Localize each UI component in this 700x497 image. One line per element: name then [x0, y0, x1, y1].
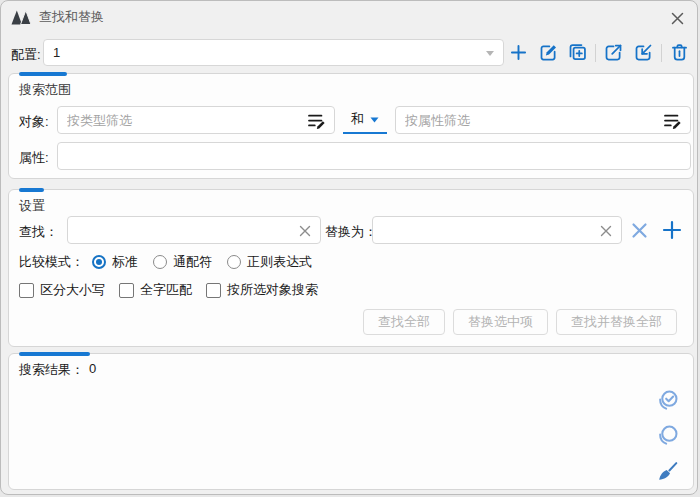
- import-icon: [633, 42, 654, 63]
- combo-dropdown-icon[interactable]: [485, 50, 495, 57]
- compare-mode-label: 比较模式：: [19, 253, 84, 271]
- duplicate-config-button[interactable]: [566, 40, 589, 65]
- find-label: 查找：: [19, 223, 58, 241]
- add-pair-button[interactable]: [659, 216, 685, 244]
- mode-regex-radio[interactable]: 正则表达式: [227, 253, 312, 271]
- radio-unselected-icon: [153, 255, 167, 269]
- property-label: 属性:: [19, 149, 49, 167]
- config-combobox-input[interactable]: [44, 40, 503, 65]
- add-config-button[interactable]: [507, 40, 530, 65]
- mode-regex-label: 正则表达式: [247, 253, 312, 271]
- options-row: 区分大小写 全字匹配 按所选对象搜索: [19, 280, 318, 300]
- mode-wildcard-label: 通配符: [173, 253, 212, 271]
- replace-selected-button[interactable]: 替换选中项: [453, 309, 548, 335]
- clear-results-button[interactable]: [655, 458, 681, 484]
- selected-objects-label: 按所选对象搜索: [227, 281, 318, 299]
- check-circle-icon: [656, 389, 680, 413]
- search-results-group: 搜索结果： 0: [8, 353, 694, 490]
- scope-accent-bar: [19, 72, 67, 76]
- config-combobox[interactable]: [43, 39, 504, 66]
- edit-config-button[interactable]: [536, 40, 559, 65]
- edit-icon: [538, 42, 559, 63]
- mode-standard-radio[interactable]: 标准: [92, 253, 138, 271]
- results-accent-bar: [19, 352, 90, 356]
- property-field[interactable]: [57, 142, 691, 170]
- settings-title: 设置: [19, 197, 45, 215]
- checkbox-icon: [119, 283, 134, 298]
- results-toolbar: [655, 388, 681, 484]
- find-input[interactable]: [68, 217, 320, 243]
- selected-objects-checkbox[interactable]: 按所选对象搜索: [206, 281, 318, 299]
- checkbox-icon: [19, 283, 34, 298]
- delete-config-button[interactable]: [668, 40, 691, 65]
- case-sensitive-label: 区分大小写: [40, 281, 105, 299]
- toolbar-separator: [595, 44, 596, 62]
- window-title: 查找和替换: [39, 1, 104, 33]
- remove-pair-button[interactable]: [626, 216, 652, 244]
- whole-word-checkbox[interactable]: 全字匹配: [119, 281, 192, 299]
- replace-input[interactable]: [373, 217, 621, 243]
- whole-word-label: 全字匹配: [140, 281, 192, 299]
- search-scope-group: 搜索范围 对象: 和 属性:: [8, 73, 694, 179]
- scope-title: 搜索范围: [19, 81, 71, 99]
- title-bar: 查找和替换: [1, 1, 697, 33]
- mode-standard-label: 标准: [112, 253, 138, 271]
- operator-value: 和: [351, 110, 364, 128]
- checkbox-icon: [206, 283, 221, 298]
- select-results-button[interactable]: [655, 388, 681, 414]
- attribute-filter-field[interactable]: [395, 106, 691, 134]
- plus-icon: [508, 42, 529, 63]
- close-button[interactable]: [667, 8, 687, 28]
- operator-dropdown-icon: [370, 117, 379, 123]
- compare-mode-row: 比较模式： 标准 通配符 正则表达式: [19, 252, 312, 272]
- replace-label: 替换为：: [325, 223, 377, 241]
- settings-accent-bar: [19, 188, 44, 192]
- property-input[interactable]: [58, 143, 690, 169]
- edit-attribute-list-icon[interactable]: [663, 113, 683, 129]
- deselect-results-button[interactable]: [655, 423, 681, 449]
- find-replace-dialog: 查找和替换 配置:: [0, 0, 698, 495]
- find-field[interactable]: [67, 216, 321, 244]
- type-filter-field[interactable]: [57, 106, 335, 134]
- results-label: 搜索结果：: [19, 361, 84, 379]
- close-icon: [670, 11, 685, 26]
- action-buttons-row: 查找全部 替换选中项 查找并替换全部: [363, 309, 677, 335]
- object-label: 对象:: [19, 113, 49, 131]
- compare-mode-options: 标准 通配符 正则表达式: [92, 253, 312, 271]
- results-title-row: 搜索结果： 0: [19, 361, 96, 379]
- clear-find-icon[interactable]: [298, 224, 312, 238]
- find-all-button[interactable]: 查找全部: [363, 309, 445, 335]
- remove-pair-icon: [630, 221, 649, 240]
- edit-type-list-icon[interactable]: [307, 113, 327, 129]
- import-config-button[interactable]: [631, 40, 654, 65]
- type-filter-input[interactable]: [58, 107, 334, 133]
- config-label: 配置:: [11, 46, 41, 64]
- case-sensitive-checkbox[interactable]: 区分大小写: [19, 281, 105, 299]
- clear-replace-icon[interactable]: [599, 224, 613, 238]
- radio-unselected-icon: [227, 255, 241, 269]
- results-count: 0: [89, 361, 96, 379]
- export-icon: [603, 42, 624, 63]
- attribute-filter-input[interactable]: [396, 107, 690, 133]
- radio-selected-icon: [92, 255, 106, 269]
- operator-dropdown[interactable]: 和: [343, 106, 387, 134]
- toolbar-separator: [661, 44, 662, 62]
- replace-field[interactable]: [372, 216, 622, 244]
- app-logo-icon: [11, 9, 32, 25]
- export-config-button[interactable]: [602, 40, 625, 65]
- add-pair-icon: [661, 219, 683, 241]
- mode-wildcard-radio[interactable]: 通配符: [153, 253, 212, 271]
- config-toolbar: [507, 39, 691, 66]
- find-replace-all-button[interactable]: 查找并替换全部: [556, 309, 677, 335]
- duplicate-icon: [567, 42, 588, 63]
- trash-icon: [669, 42, 690, 63]
- settings-group: 设置 查找： 替换为： 比较模式：: [8, 189, 694, 347]
- brush-icon: [656, 459, 680, 483]
- circle-icon: [656, 424, 680, 448]
